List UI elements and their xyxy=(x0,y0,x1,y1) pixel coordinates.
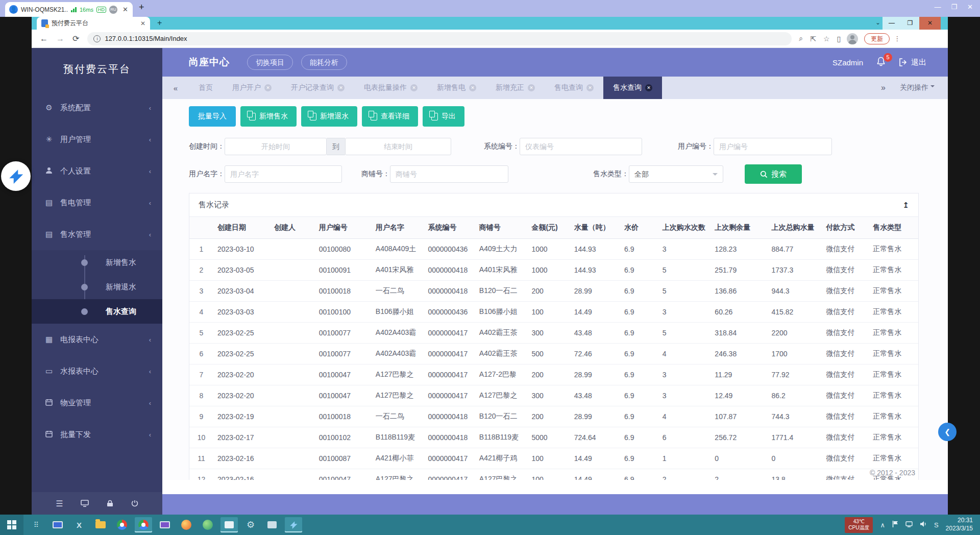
reload-icon[interactable]: ⟳ xyxy=(72,34,79,43)
floating-toolbar-handle[interactable]: ❮ xyxy=(938,423,957,441)
forward-icon[interactable]: → xyxy=(56,34,64,43)
energy-analysis-button[interactable]: 能耗分析 xyxy=(301,55,347,70)
start-button[interactable] xyxy=(0,515,23,535)
browser-menu-icon[interactable]: ⋮ xyxy=(894,35,900,42)
remote-tool-floating-ball[interactable] xyxy=(1,161,31,191)
remote-close-button[interactable]: ✕ xyxy=(967,3,973,11)
switch-project-button[interactable]: 切换项目 xyxy=(247,55,293,70)
table-row[interactable]: 92023-02-1900100018一石二鸟0000000418B120一石二… xyxy=(189,406,919,427)
submenu-item-add-water-refund[interactable]: 新增退水 xyxy=(32,275,162,299)
shop-no-input[interactable] xyxy=(390,165,508,183)
view-detail-button[interactable]: 查看详细 xyxy=(362,106,418,127)
tab-close-icon[interactable]: ✕ xyxy=(337,84,345,91)
start-time-input[interactable] xyxy=(225,138,327,155)
side-panel-icon[interactable]: ▯ xyxy=(837,35,841,43)
taskbar-icon-explorer[interactable] xyxy=(92,517,109,532)
tab-close-icon[interactable]: ✕ xyxy=(410,84,418,91)
sidebar-item-personal-settings[interactable]: 个人设置 ‹ xyxy=(32,155,162,187)
table-row[interactable]: 22023-03-0500100091A401宋风雅0000000418A401… xyxy=(189,259,919,280)
share-icon[interactable]: ⇱ xyxy=(810,35,816,43)
user-no-input[interactable] xyxy=(714,138,832,155)
hamburger-menu-icon[interactable]: ☰ xyxy=(56,499,63,508)
sidebar-item-electric-report-center[interactable]: ▦ 电报表中心 ‹ xyxy=(32,324,162,355)
tab-close-icon[interactable]: ✕ xyxy=(528,84,535,91)
table-row[interactable]: 82023-02-2000100047A127巴黎之0000000417A127… xyxy=(189,385,919,406)
collapse-arrow-icon[interactable]: ↥ xyxy=(902,201,909,210)
zoom-icon[interactable]: ⌕ xyxy=(799,34,803,43)
taskbar-icon-settings[interactable]: ⚙ xyxy=(242,517,259,532)
table-row[interactable]: 32023-03-0400100018一石二鸟0000000418B120一石二… xyxy=(189,280,919,301)
table-row[interactable]: 52023-02-2500100077A402A403霸0000000417A4… xyxy=(189,322,919,343)
tray-flag-icon[interactable] xyxy=(892,521,898,529)
tray-network-icon[interactable] xyxy=(905,521,913,529)
taskbar-icon-app-ball[interactable] xyxy=(199,517,216,532)
sidebar-item-water-report-center[interactable]: ▭ 水报表中心 ‹ xyxy=(32,355,162,387)
sidebar-item-property-management[interactable]: 物业管理 ‹ xyxy=(32,387,162,419)
monitor-icon[interactable] xyxy=(81,500,89,507)
tab-search-chevron-icon[interactable]: ⌄ xyxy=(875,19,880,26)
tab-close-icon[interactable]: ✕ xyxy=(645,84,652,91)
sidebar-item-system-config[interactable]: ⚙ 系统配置 ‹ xyxy=(32,92,162,124)
water-sale-type-select[interactable]: 全部 xyxy=(629,165,723,183)
browser-tab-close-icon[interactable]: ✕ xyxy=(140,20,145,27)
taskbar-icon-pc[interactable] xyxy=(49,517,66,532)
tray-volume-icon[interactable] xyxy=(920,521,927,529)
profile-avatar[interactable] xyxy=(847,33,858,44)
remote-maximize-button[interactable]: ❐ xyxy=(951,3,957,11)
power-icon[interactable] xyxy=(131,500,138,507)
lock-icon[interactable] xyxy=(107,500,113,507)
tab-open-record-query[interactable]: 开户记录查询✕ xyxy=(281,77,354,99)
taskbar-icon-window[interactable] xyxy=(220,517,238,532)
taskbar-icon-window2[interactable] xyxy=(263,517,281,532)
browser-update-button[interactable]: 更新 xyxy=(864,33,890,44)
close-operations-dropdown[interactable]: 关闭操作 xyxy=(900,83,935,92)
address-bar[interactable]: i 127.0.0.1:10315/Main/Index xyxy=(87,32,792,45)
remote-new-tab-button[interactable]: + xyxy=(139,2,144,13)
table-row[interactable]: 112023-02-1600100087A421椰小菲0000000417A42… xyxy=(189,448,919,469)
tab-close-icon[interactable]: ✕ xyxy=(469,84,476,91)
window-minimize-button[interactable]: — xyxy=(883,17,901,30)
tab-add-electricity-sale[interactable]: 新增售电✕ xyxy=(427,77,486,99)
remote-minimize-button[interactable]: — xyxy=(934,3,941,11)
taskbar-icon-terminal[interactable]: X xyxy=(70,517,88,532)
tab-close-icon[interactable]: ✕ xyxy=(264,84,272,91)
tab-meter-batch-ops[interactable]: 电表批量操作✕ xyxy=(354,77,427,99)
taskbar-icon-remote-tool[interactable] xyxy=(285,517,302,532)
user-name-input[interactable] xyxy=(225,165,342,183)
tab-add-recharge[interactable]: 新增充正✕ xyxy=(486,77,545,99)
table-row[interactable]: 12023-03-1000100080A408A409土0000000436A4… xyxy=(189,238,919,259)
tab-close-icon[interactable]: ✕ xyxy=(586,84,594,91)
batch-import-button[interactable]: 批量导入 xyxy=(189,106,236,127)
browser-tab[interactable]: 预付费云平台 ✕ xyxy=(37,17,150,30)
sidebar-item-batch-dispatch[interactable]: 批量下发 ‹ xyxy=(32,419,162,450)
taskbar-icon-chrome[interactable] xyxy=(113,517,131,532)
end-time-input[interactable] xyxy=(345,138,451,155)
tab-open-account[interactable]: 用户开户✕ xyxy=(223,77,281,99)
table-row[interactable]: 102023-02-1700100102B118B119麦0000000418B… xyxy=(189,427,919,448)
tab-water-sale-query[interactable]: 售水查询✕ xyxy=(603,77,662,99)
window-maximize-button[interactable]: ❐ xyxy=(901,17,919,30)
tray-expand-icon[interactable]: ∧ xyxy=(880,521,885,529)
back-icon[interactable]: ← xyxy=(40,34,48,43)
window-close-button[interactable]: ✕ xyxy=(919,17,941,30)
submenu-item-add-water-sale[interactable]: 新增售水 xyxy=(32,250,162,275)
taskbar-clock[interactable]: 20:31 2023/3/15 xyxy=(946,517,973,532)
tabs-scroll-left-icon[interactable]: « xyxy=(162,77,189,99)
notification-bell[interactable]: 5 xyxy=(876,57,886,68)
sidebar-item-water-sales[interactable]: ▤ 售水管理 ‹ xyxy=(32,218,162,250)
add-water-sale-button[interactable]: 新增售水 xyxy=(240,106,297,127)
tabs-scroll-right-icon[interactable]: » xyxy=(881,83,886,92)
table-row[interactable]: 122023-02-1600100047A127巴黎之0000000417A12… xyxy=(189,469,919,480)
site-info-icon[interactable]: i xyxy=(93,35,101,42)
tab-electricity-sale-query[interactable]: 售电查询✕ xyxy=(545,77,603,99)
remote-desktop-tab[interactable]: 👤 WIN-OQMSK21... 16ms HD RU ✕ xyxy=(5,2,133,17)
system-no-input[interactable] xyxy=(520,138,642,155)
browser-new-tab-button[interactable]: + xyxy=(157,18,162,28)
add-water-refund-button[interactable]: 新增退水 xyxy=(301,106,357,127)
table-row[interactable]: 72023-02-2000100047A127巴黎之0000000417A127… xyxy=(189,364,919,385)
taskbar-icon-firefox[interactable] xyxy=(178,517,195,532)
search-button[interactable]: 搜索 xyxy=(745,164,802,184)
logout-button[interactable]: 退出 xyxy=(899,58,926,67)
taskbar-icon-grid[interactable]: ⠿ xyxy=(28,517,45,532)
table-row[interactable]: 62023-02-2500100077A402A403霸0000000417A4… xyxy=(189,343,919,364)
